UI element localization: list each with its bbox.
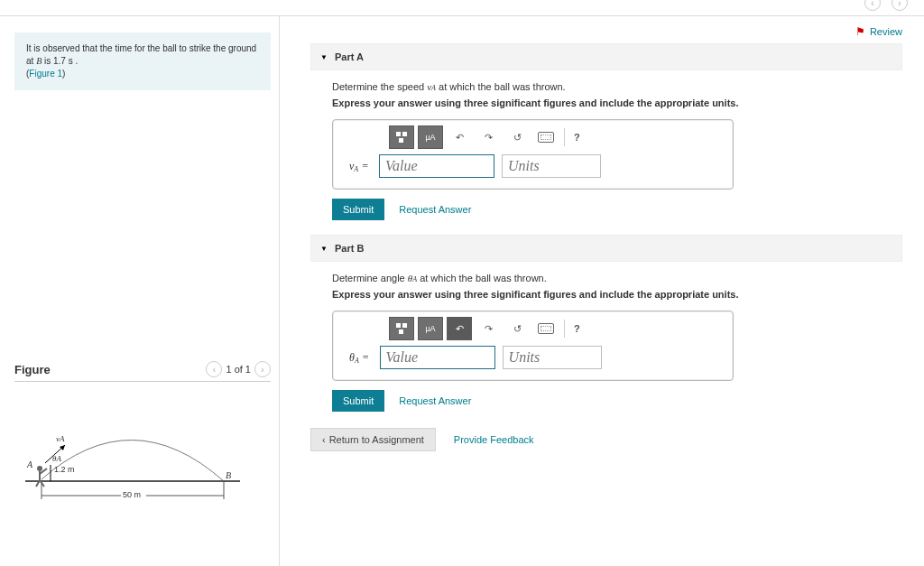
reset-icon: ↺ <box>513 132 522 144</box>
chevron-left-icon: ‹ <box>322 434 326 445</box>
undo-icon: ↶ <box>456 132 464 144</box>
svg-point-5 <box>37 466 42 471</box>
part-a-submit-button[interactable]: Submit <box>332 199 384 220</box>
return-label: Return to Assignment <box>329 434 424 445</box>
part-b-request-answer[interactable]: Request Answer <box>399 395 471 406</box>
equals-sign: = <box>363 351 369 365</box>
part-a-submit-row: Submit Request Answer <box>332 199 893 220</box>
part-b-answer-card: µA ↶ ↷ ↺ ? θA = <box>332 311 734 381</box>
problem-pager: ‹ › <box>864 0 908 11</box>
svg-rect-17 <box>402 323 407 328</box>
problem-text-2: is <box>44 56 53 66</box>
svg-rect-14 <box>402 132 407 136</box>
top-bar: ‹ › <box>0 0 924 16</box>
part-b-symbol-sub: A <box>412 275 417 283</box>
redo-icon: ↷ <box>485 132 493 144</box>
figure-counter: 1 of 1 <box>226 364 251 375</box>
symbols-label: µA <box>425 324 435 333</box>
return-to-assignment-button[interactable]: ‹ Return to Assignment <box>310 428 436 451</box>
part-b-value-input[interactable] <box>380 346 495 369</box>
review-link[interactable]: Review <box>870 26 902 37</box>
review-row: ⚑ Review <box>310 25 902 38</box>
part-b-header[interactable]: ▼ Part B <box>310 235 902 262</box>
figure-prev-button[interactable]: ‹ <box>206 361 222 377</box>
provide-feedback-link[interactable]: Provide Feedback <box>454 434 534 445</box>
footer-row: ‹ Return to Assignment Provide Feedback <box>310 428 902 451</box>
part-a-request-answer[interactable]: Request Answer <box>399 204 471 215</box>
figure-link[interactable]: Figure 1 <box>29 69 62 79</box>
chevron-right-icon: › <box>261 365 263 375</box>
caret-down-icon: ▼ <box>320 245 328 253</box>
figure-next-button[interactable]: › <box>254 361 271 377</box>
part-a-prompt: Determine the speed vA at which the ball… <box>332 81 893 92</box>
figure-nav: ‹ 1 of 1 › <box>206 361 271 377</box>
undo-button[interactable]: ↶ <box>447 317 472 340</box>
undo-button[interactable]: ↶ <box>447 125 472 149</box>
toolbar-separator <box>564 320 565 338</box>
part-b-instruction: Express your answer using three signific… <box>332 289 893 300</box>
prev-problem-button[interactable]: ‹ <box>864 0 881 11</box>
templates-button[interactable] <box>389 125 414 149</box>
fig-label-va: vA <box>56 434 65 443</box>
reset-button[interactable]: ↺ <box>504 125 530 149</box>
keyboard-button[interactable] <box>533 317 559 340</box>
part-a-body: Determine the speed vA at which the ball… <box>310 70 902 224</box>
part-a-instruction: Express your answer using three signific… <box>332 97 893 108</box>
figure-title: Figure <box>14 363 51 376</box>
keyboard-icon <box>538 323 554 334</box>
toolbar-help-button[interactable]: ? <box>570 132 584 143</box>
part-b-submit-button[interactable]: Submit <box>332 390 384 412</box>
part-b-body: Determine angle θA at which the ball was… <box>310 262 902 415</box>
toolbar-help-button[interactable]: ? <box>570 323 584 334</box>
part-a-value-row: vA = <box>340 154 725 178</box>
chevron-left-icon: ‹ <box>213 365 216 375</box>
redo-button[interactable]: ↷ <box>476 125 501 149</box>
redo-button[interactable]: ↷ <box>476 317 501 340</box>
templates-button[interactable] <box>389 317 414 340</box>
fig-label-h: 1.2 m <box>54 465 75 474</box>
figure-image: vA θA A B 1.2 m 50 m <box>14 409 249 508</box>
caret-down-icon: ▼ <box>320 53 328 61</box>
part-a-value-input[interactable] <box>379 154 494 178</box>
problem-text-3: . <box>75 56 78 66</box>
part-b-units-input[interactable] <box>503 346 602 369</box>
keyboard-button[interactable] <box>533 125 559 149</box>
part-b-toolbar: µA ↶ ↷ ↺ ? <box>340 317 725 340</box>
part-b-prompt-pre: Determine angle <box>332 273 408 283</box>
svg-rect-13 <box>396 132 401 136</box>
problem-time: 1.7 s <box>53 56 73 66</box>
svg-rect-15 <box>399 138 403 143</box>
part-b-lhs: θA = <box>349 351 373 365</box>
figure-header: Figure ‹ 1 of 1 › <box>14 361 271 382</box>
part-b: ▼ Part B Determine angle θA at which the… <box>310 235 902 415</box>
undo-icon: ↶ <box>456 323 464 335</box>
fig-label-a: A <box>27 459 32 469</box>
fig-label-b: B <box>226 470 231 480</box>
part-a: ▼ Part A Determine the speed vA at which… <box>310 43 902 224</box>
part-b-prompt: Determine angle θA at which the ball was… <box>332 273 893 283</box>
reset-icon: ↺ <box>513 323 522 335</box>
symbols-button[interactable]: µA <box>418 125 443 149</box>
equals-sign: = <box>362 160 368 173</box>
part-a-prompt-post: at which the ball was thrown. <box>439 81 566 92</box>
part-a-prompt-pre: Determine the speed <box>332 81 427 92</box>
part-b-prompt-post: at which the ball was thrown. <box>420 273 547 283</box>
fig-label-theta: θA <box>52 454 61 463</box>
toolbar-separator <box>564 128 565 146</box>
symbols-button[interactable]: µA <box>418 317 443 340</box>
keyboard-icon <box>538 132 554 143</box>
part-a-header[interactable]: ▼ Part A <box>310 43 902 70</box>
symbols-label: µA <box>425 133 435 142</box>
svg-rect-18 <box>399 329 403 334</box>
part-a-title: Part A <box>335 51 364 62</box>
part-b-title: Part B <box>335 243 364 254</box>
part-b-submit-row: Submit Request Answer <box>332 390 893 412</box>
redo-icon: ↷ <box>485 323 493 335</box>
part-a-units-input[interactable] <box>502 154 601 178</box>
right-column: ⚑ Review ▼ Part A Determine the speed vA… <box>280 16 924 566</box>
chevron-left-icon: ‹ <box>871 0 873 8</box>
reset-button[interactable]: ↺ <box>504 317 530 340</box>
svg-rect-16 <box>396 323 401 328</box>
part-a-lhs-sub: A <box>354 165 358 173</box>
next-problem-button[interactable]: › <box>892 0 908 11</box>
